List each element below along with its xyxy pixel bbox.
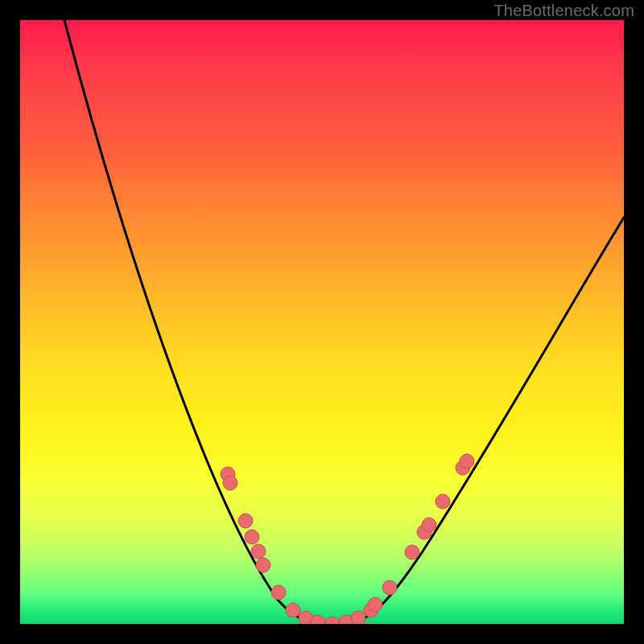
data-dot bbox=[351, 611, 365, 624]
data-dot bbox=[460, 454, 474, 469]
data-dot bbox=[271, 585, 286, 600]
data-dot bbox=[286, 603, 300, 617]
dots-layer bbox=[221, 454, 474, 624]
data-dot bbox=[238, 514, 253, 528]
data-dot bbox=[405, 545, 419, 559]
data-dot bbox=[382, 580, 397, 595]
chart-stage: TheBottleneck.com bbox=[0, 0, 644, 644]
data-dot bbox=[325, 617, 340, 624]
data-dot bbox=[436, 494, 450, 509]
data-dot bbox=[256, 558, 270, 572]
bottleneck-curve bbox=[64, 20, 624, 624]
data-dot bbox=[368, 597, 382, 612]
plot-area bbox=[20, 20, 624, 624]
data-dot bbox=[422, 518, 436, 532]
data-dot bbox=[223, 476, 237, 490]
chart-svg bbox=[20, 20, 624, 624]
data-dot bbox=[245, 530, 259, 544]
watermark-text: TheBottleneck.com bbox=[493, 2, 634, 20]
data-dot bbox=[251, 544, 266, 559]
